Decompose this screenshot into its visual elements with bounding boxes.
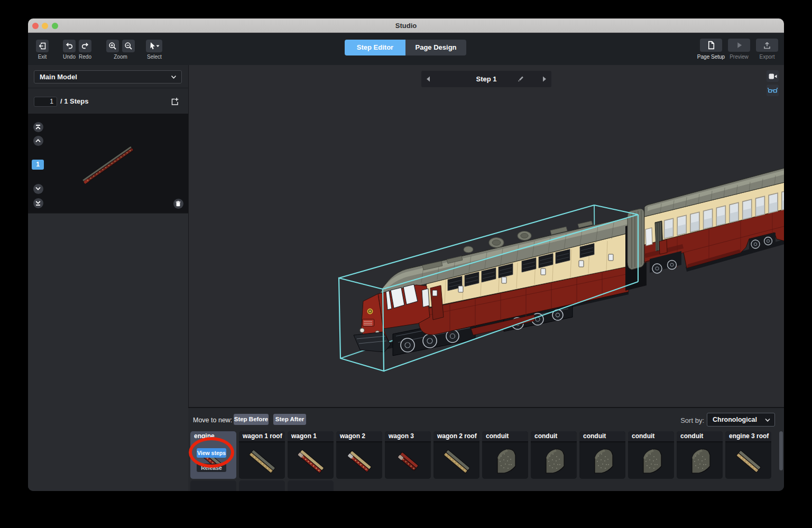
submodel-name: wagon 1 roof: [239, 431, 285, 442]
exit-button[interactable]: [36, 40, 49, 52]
delete-step-button[interactable]: [173, 199, 183, 209]
export-label: Export: [755, 54, 779, 60]
submodel-card-partial-0[interactable]: [190, 480, 236, 491]
submodel-name: engine 3 roof: [725, 431, 771, 442]
window-title: Studio: [28, 18, 784, 33]
submodel-card-partial-2[interactable]: [288, 480, 334, 491]
sort-dropdown[interactable]: Chronological: [707, 413, 775, 427]
page-setup-label: Page Setup: [695, 54, 727, 60]
zoom-out-button[interactable]: [122, 40, 135, 52]
model-selector-dropdown[interactable]: Main Model: [34, 70, 182, 84]
submodel-name: wagon 1: [288, 431, 334, 442]
submodel-card-conduit-10[interactable]: conduit: [677, 431, 723, 479]
step-thumbnail-train[interactable]: [28, 114, 188, 213]
submodel-thumbnail: [677, 443, 723, 479]
sort-by-label: Sort by:: [672, 416, 704, 424]
select-label: Select: [143, 54, 165, 60]
step-navigation-bar: Step 1: [421, 71, 551, 87]
submodel-name: wagon 2 roof: [433, 431, 479, 442]
divider: [28, 88, 188, 88]
train-model[interactable]: [189, 65, 784, 407]
submodel-thumbnail: [725, 443, 771, 479]
submodel-card-conduit-6[interactable]: conduit: [482, 431, 528, 479]
submodel-card-wagon-2-3[interactable]: wagon 2: [336, 431, 382, 479]
glasses-view-button[interactable]: [767, 85, 779, 96]
step-after-button[interactable]: Step After: [273, 414, 306, 425]
preview-icon: [735, 41, 743, 49]
redo-icon: [81, 42, 89, 50]
step-before-button[interactable]: Step Before: [234, 414, 269, 425]
redo-button[interactable]: [79, 40, 91, 52]
annotation-ellipse: [189, 437, 234, 468]
submodel-thumbnail: [433, 443, 479, 479]
submodel-card-partial-1[interactable]: [239, 480, 285, 491]
zoom-in-button[interactable]: [106, 40, 119, 52]
submodel-card-conduit-8[interactable]: conduit: [579, 431, 625, 479]
submodel-name: conduit: [677, 431, 723, 442]
export-button[interactable]: [756, 39, 778, 52]
move-to-new-label: Move to new:: [193, 416, 232, 424]
step-nav-title: Step 1: [421, 71, 551, 87]
previous-step-arrow[interactable]: [426, 76, 430, 82]
select-tool-button[interactable]: [146, 40, 162, 52]
zoom-in-icon: [108, 42, 117, 50]
submodel-thumbnail: [579, 443, 625, 479]
submodel-card-wagon-1-2[interactable]: wagon 1: [288, 431, 334, 479]
desktop-background: Studio Exit Undo: [0, 0, 812, 528]
submodel-thumbnail: [531, 443, 577, 479]
toolbar: Exit Undo Redo: [28, 33, 784, 65]
submodel-thumbnail: [482, 443, 528, 479]
train-geometry: [354, 168, 784, 356]
step-number-input[interactable]: 1: [34, 97, 57, 107]
tab-page-design[interactable]: Page Design: [405, 40, 466, 55]
submodel-card-conduit-7[interactable]: conduit: [531, 431, 577, 479]
undo-icon: [65, 42, 73, 50]
zoom-label: Zoom: [110, 54, 131, 60]
submodel-thumbnail: [336, 443, 382, 479]
add-step-icon: [170, 97, 179, 106]
submodel-card-wagon-2-roof-5[interactable]: wagon 2 roof: [433, 431, 479, 479]
redo-label: Redo: [75, 54, 96, 60]
preview-label: Preview: [726, 54, 752, 60]
submodel-list-scrollbar[interactable]: [779, 431, 783, 470]
submodel-name: conduit: [579, 431, 625, 442]
left-panel-lower: [28, 213, 188, 491]
chevron-down-icon: [765, 418, 770, 422]
submodel-card-wagon-1-roof-1[interactable]: wagon 1 roof: [239, 431, 285, 479]
submodel-name: conduit: [482, 431, 528, 442]
exit-icon: [38, 42, 47, 50]
next-step-arrow[interactable]: [542, 76, 547, 82]
zoom-out-icon: [124, 42, 133, 50]
export-icon: [763, 41, 771, 50]
app-window: Studio Exit Undo: [28, 18, 784, 491]
select-cursor-icon: [149, 42, 160, 50]
submodel-name: wagon 3: [385, 431, 431, 442]
exit-label: Exit: [32, 54, 53, 60]
submodel-name: wagon 2: [336, 431, 382, 442]
add-step-button[interactable]: [169, 96, 180, 107]
submodel-card-conduit-9[interactable]: conduit: [628, 431, 674, 479]
model-canvas[interactable]: Step 1: [188, 65, 784, 407]
edit-step-pencil-icon[interactable]: [516, 75, 524, 83]
left-panel: Main Model 1 / 1 Steps: [28, 65, 188, 491]
sort-value: Chronological: [713, 416, 757, 423]
page-setup-button[interactable]: [700, 39, 722, 52]
submodel-card-engine-3-roof-11[interactable]: engine 3 roof: [725, 431, 771, 479]
camera-view-button[interactable]: [767, 70, 779, 82]
submodel-thumbnail: [628, 443, 674, 479]
wagon: [644, 168, 784, 268]
chevron-down-icon: [171, 75, 177, 79]
preview-button[interactable]: [728, 39, 750, 52]
tab-step-editor[interactable]: Step Editor: [345, 40, 405, 55]
step-list: 1: [28, 114, 188, 213]
undo-button[interactable]: [63, 40, 76, 52]
gangway: [625, 209, 647, 291]
titlebar[interactable]: Studio: [28, 18, 784, 33]
submodel-name: conduit: [628, 431, 674, 442]
submodel-card-wagon-3-4[interactable]: wagon 3: [385, 431, 431, 479]
submodel-thumbnail: [385, 443, 431, 479]
page-setup-icon: [707, 41, 716, 50]
trash-icon: [176, 201, 181, 207]
3d-glasses-icon: [768, 87, 778, 94]
submodel-thumbnail: [239, 443, 285, 479]
